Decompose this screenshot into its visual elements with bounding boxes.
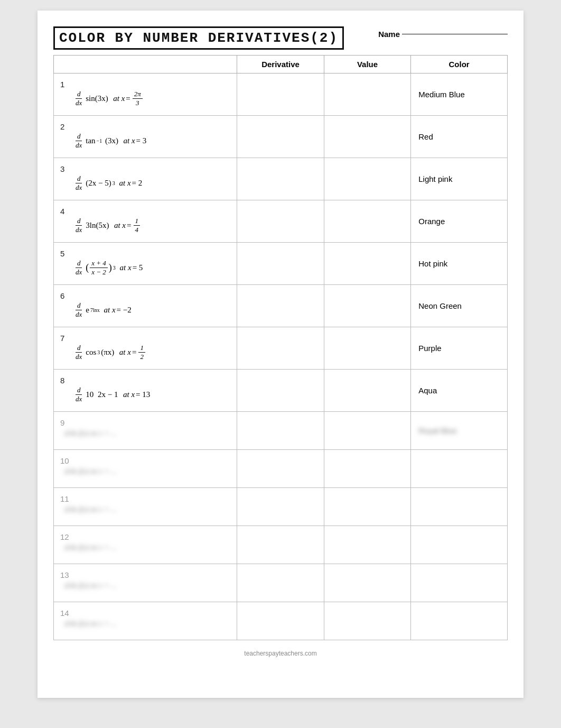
derivative-cell[interactable]: [237, 488, 324, 526]
row-num-label: 6: [60, 291, 235, 300]
color-cell: [411, 526, 508, 564]
derivative-cell[interactable]: [237, 243, 324, 285]
blurred-problem: d/dx f(x) at x = ...: [60, 505, 235, 514]
derivative-cell[interactable]: [237, 370, 324, 412]
row-number: 13d/dx f(x) at x = ...: [54, 564, 237, 602]
row-num-label: 14: [60, 609, 235, 618]
row-num-label: 7: [60, 334, 235, 343]
color-cell: Medium Blue: [411, 73, 508, 116]
color-cell: Purple: [411, 327, 508, 370]
math-problem: ddx tan−1 (3x) at x = 3: [60, 132, 235, 149]
row-num-label: 1: [60, 80, 235, 89]
row-number: 1ddx sin(3x) at x = 2π3: [54, 73, 237, 116]
row-number: 10d/dx f(x) at x = ...: [54, 450, 237, 488]
derivative-cell[interactable]: [237, 412, 324, 450]
value-cell[interactable]: [324, 450, 410, 488]
page-title: COLOR BY NUMBER DERIVATIVES(2): [53, 26, 344, 50]
table-row: 13d/dx f(x) at x = ...: [54, 564, 508, 602]
value-cell[interactable]: [324, 370, 410, 412]
derivative-cell[interactable]: [237, 450, 324, 488]
row-number: 6ddx e7lnx at x = −2: [54, 285, 237, 327]
derivative-cell[interactable]: [237, 200, 324, 243]
math-problem: ddx 10 2x − 1 at x = 13: [60, 386, 235, 403]
col-header-color: Color: [411, 56, 508, 73]
row-number: 4ddx 3ln(5x) at x = 14: [54, 200, 237, 243]
row-number: 5ddx(x + 4x − 2)3 at x = 5: [54, 243, 237, 285]
math-problem: ddx e7lnx at x = −2: [60, 301, 235, 318]
math-problem: ddx(2x − 5)3 at x = 2: [60, 174, 235, 191]
value-cell[interactable]: [324, 158, 410, 200]
row-number: 2ddx tan−1 (3x) at x = 3: [54, 116, 237, 158]
table-row: 1ddx sin(3x) at x = 2π3Medium Blue: [54, 73, 508, 116]
row-number: 11d/dx f(x) at x = ...: [54, 488, 237, 526]
value-cell[interactable]: [324, 285, 410, 327]
table-row: 12d/dx f(x) at x = ...: [54, 526, 508, 564]
value-cell[interactable]: [324, 200, 410, 243]
row-num-label: 4: [60, 207, 235, 216]
blurred-problem: d/dx f(x) at x = ...: [60, 467, 235, 476]
table-row: 8ddx 10 2x − 1 at x = 13Aqua: [54, 370, 508, 412]
main-table: Derivative Value Color 1ddx sin(3x) at x…: [53, 55, 508, 640]
value-cell[interactable]: [324, 243, 410, 285]
math-problem: ddx sin(3x) at x = 2π3: [60, 90, 235, 107]
color-cell: [411, 450, 508, 488]
derivative-cell[interactable]: [237, 327, 324, 370]
col-header-derivative: Derivative: [237, 56, 324, 73]
color-cell: Royal Blue: [411, 412, 508, 450]
table-row: 2ddx tan−1 (3x) at x = 3Red: [54, 116, 508, 158]
math-problem: ddx(x + 4x − 2)3 at x = 5: [60, 259, 235, 276]
value-cell[interactable]: [324, 526, 410, 564]
row-num-label: 3: [60, 164, 235, 173]
blurred-problem: d/dx f(x) at x = ...: [60, 582, 235, 590]
color-cell: Orange: [411, 200, 508, 243]
value-cell[interactable]: [324, 73, 410, 116]
row-number: 14d/dx f(x) at x = ...: [54, 602, 237, 640]
blurred-problem: d/dx f(x) at x = ...: [60, 429, 235, 438]
value-cell[interactable]: [324, 116, 410, 158]
table-row: 5ddx(x + 4x − 2)3 at x = 5Hot pink: [54, 243, 508, 285]
blurred-color: Royal Blue: [418, 426, 457, 435]
row-num-label: 10: [60, 456, 235, 465]
name-label: Name: [378, 30, 400, 39]
derivative-cell[interactable]: [237, 526, 324, 564]
color-cell: [411, 602, 508, 640]
value-cell[interactable]: [324, 327, 410, 370]
color-cell: Aqua: [411, 370, 508, 412]
table-row: 14d/dx f(x) at x = ...: [54, 602, 508, 640]
table-row: 10d/dx f(x) at x = ...: [54, 450, 508, 488]
value-cell[interactable]: [324, 564, 410, 602]
row-number: 7ddx cos3(πx) at x = 12: [54, 327, 237, 370]
row-num-label: 2: [60, 122, 235, 131]
color-cell: [411, 564, 508, 602]
color-cell: Neon Green: [411, 285, 508, 327]
derivative-cell[interactable]: [237, 116, 324, 158]
value-cell[interactable]: [324, 412, 410, 450]
color-cell: [411, 488, 508, 526]
derivative-cell[interactable]: [237, 158, 324, 200]
derivative-cell[interactable]: [237, 285, 324, 327]
table-row: 3ddx(2x − 5)3 at x = 2Light pink: [54, 158, 508, 200]
math-problem: ddx cos3(πx) at x = 12: [60, 344, 235, 361]
page: COLOR BY NUMBER DERIVATIVES(2) Name Deri…: [38, 11, 523, 698]
row-num-label: 5: [60, 249, 235, 258]
table-row: 4ddx 3ln(5x) at x = 14Orange: [54, 200, 508, 243]
color-cell: Red: [411, 116, 508, 158]
row-num-label: 9: [60, 418, 235, 427]
value-cell[interactable]: [324, 602, 410, 640]
name-field: Name: [378, 26, 508, 39]
color-cell: Light pink: [411, 158, 508, 200]
header: COLOR BY NUMBER DERIVATIVES(2) Name: [53, 26, 508, 50]
row-num-label: 11: [60, 494, 235, 503]
derivative-cell[interactable]: [237, 564, 324, 602]
name-underline: [402, 34, 508, 34]
footer-text: teacherspayteachers.com: [53, 650, 508, 657]
derivative-cell[interactable]: [237, 602, 324, 640]
value-cell[interactable]: [324, 488, 410, 526]
table-row: 6ddx e7lnx at x = −2Neon Green: [54, 285, 508, 327]
row-number: 9d/dx f(x) at x = ...: [54, 412, 237, 450]
col-header-problem: [54, 56, 237, 73]
table-row: 9d/dx f(x) at x = ...Royal Blue: [54, 412, 508, 450]
derivative-cell[interactable]: [237, 73, 324, 116]
row-number: 12d/dx f(x) at x = ...: [54, 526, 237, 564]
blurred-problem: d/dx f(x) at x = ...: [60, 543, 235, 552]
